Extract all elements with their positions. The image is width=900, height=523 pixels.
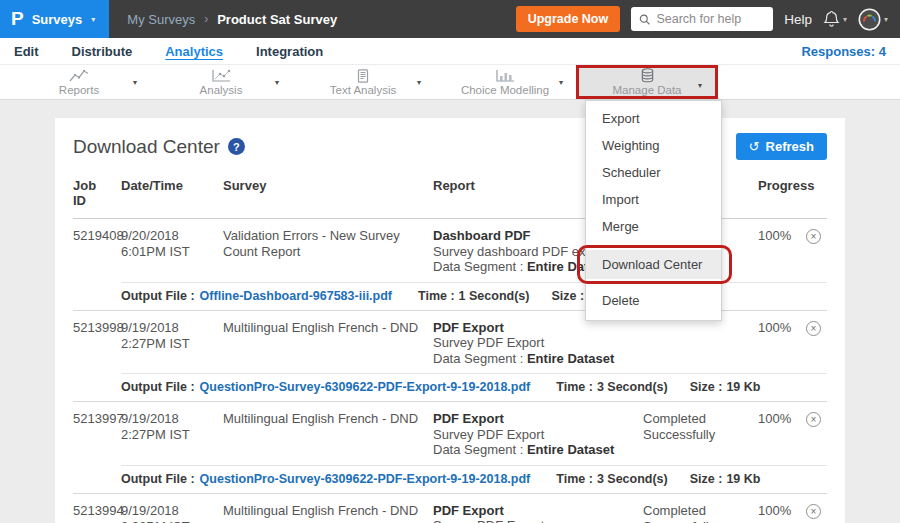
- job-survey: Multilingual English French - DND: [223, 503, 433, 523]
- col-actions: [806, 178, 827, 208]
- job-status: Completed Successfully: [643, 503, 758, 523]
- download-center-panel: Download Center ? ↺ Refresh Job ID Date/…: [55, 118, 845, 523]
- questionpro-logo: P: [11, 8, 23, 30]
- time-value: 3 Second(s): [597, 380, 668, 394]
- job-report: PDF Export Survey PDF Export Data Segmen…: [433, 503, 643, 523]
- tab-distribute[interactable]: Distribute: [72, 44, 133, 59]
- bar-chart-icon: [495, 69, 515, 83]
- tab-analytics[interactable]: Analytics: [165, 44, 223, 59]
- menu-item-scheduler[interactable]: Scheduler: [586, 159, 721, 186]
- cancel-job-icon[interactable]: ×: [806, 321, 821, 336]
- help-search-box[interactable]: [631, 7, 773, 31]
- menu-item-export[interactable]: Export: [586, 105, 721, 132]
- menu-item-delete[interactable]: Delete: [586, 287, 721, 314]
- toolbar-item-manage-data[interactable]: Manage Data ▾: [576, 65, 718, 99]
- job-report: PDF Export Survey PDF Export Data Segmen…: [433, 320, 643, 367]
- topbar-actions: Upgrade Now Help ▾ ▾: [516, 6, 900, 32]
- job-report: PDF Export Survey PDF Export Data Segmen…: [433, 411, 643, 458]
- toolbar-item-label: Analysis: [200, 84, 243, 96]
- toolbar-item-reports[interactable]: Reports ▾: [8, 65, 150, 99]
- avatar: [858, 8, 881, 31]
- chevron-down-icon[interactable]: ▾: [275, 78, 279, 87]
- job-survey: Multilingual English French - DND: [223, 411, 433, 458]
- job-status: [643, 320, 758, 367]
- account-menu[interactable]: ▾: [858, 8, 888, 31]
- job-datetime: 9/19/2018 2:27PM IST: [121, 411, 223, 458]
- toolbar-item-label: Text Analysis: [330, 84, 396, 96]
- table-row: 5213994 9/19/2018 2:26PM IST Multilingua…: [73, 494, 827, 523]
- breadcrumb-current-survey: Product Sat Survey: [217, 12, 337, 27]
- time-label: Time :: [556, 472, 593, 486]
- refresh-label: Refresh: [766, 139, 814, 154]
- help-question-icon[interactable]: ?: [228, 138, 245, 155]
- surveys-menu-label: Surveys: [32, 12, 83, 27]
- job-status: Completed Successfully: [643, 411, 758, 458]
- cancel-job-icon[interactable]: ×: [806, 229, 821, 244]
- download-center-highlight: Download Center: [586, 250, 721, 279]
- tab-edit[interactable]: Edit: [14, 44, 39, 59]
- chevron-down-icon: ▾: [884, 15, 888, 24]
- menu-item-merge[interactable]: Merge: [586, 213, 721, 240]
- job-survey: Validation Errors - New Survey Count Rep…: [223, 228, 433, 275]
- toolbar-item-label: Choice Modelling: [461, 84, 549, 96]
- manage-data-dropdown: Export Weighting Scheduler Import Merge …: [585, 100, 722, 321]
- size-value: 19 Kb: [726, 380, 760, 394]
- breadcrumb: My Surveys › Product Sat Survey: [127, 12, 337, 27]
- col-job-id: Job ID: [73, 178, 121, 208]
- job-output-row: Output File : QuestionPro-Survey-6309622…: [121, 373, 827, 401]
- table-row: 5213997 9/19/2018 2:27PM IST Multilingua…: [73, 402, 827, 494]
- scatter-chart-icon: [211, 69, 231, 83]
- job-main-row: 5213997 9/19/2018 2:27PM IST Multilingua…: [73, 402, 827, 465]
- menu-item-download-center[interactable]: Download Center: [586, 250, 721, 279]
- chevron-down-icon[interactable]: ▾: [559, 78, 563, 87]
- notifications-menu[interactable]: ▾: [823, 10, 847, 28]
- job-progress: 100%: [758, 228, 806, 275]
- menu-item-import[interactable]: Import: [586, 186, 721, 213]
- chevron-down-icon: ▾: [843, 15, 847, 24]
- topbar: P Surveys ▾ My Surveys › Product Sat Sur…: [0, 0, 900, 38]
- cancel-job-icon[interactable]: ×: [806, 412, 821, 427]
- output-file-link[interactable]: QuestionPro-Survey-6309622-PDF-Export-9-…: [200, 472, 531, 486]
- cancel-job-icon[interactable]: ×: [806, 504, 821, 519]
- size-value: 19 Kb: [726, 472, 760, 486]
- chevron-down-icon: ▾: [91, 15, 95, 24]
- job-progress: 100%: [758, 411, 806, 458]
- tab-integration[interactable]: Integration: [256, 44, 323, 59]
- refresh-button[interactable]: ↺ Refresh: [736, 133, 827, 160]
- job-progress: 100%: [758, 320, 806, 367]
- output-file-label: Output File :: [121, 380, 195, 394]
- job-id: 5219408: [73, 228, 121, 275]
- search-icon: [639, 13, 650, 26]
- surveys-menu[interactable]: P Surveys ▾: [0, 0, 109, 38]
- size-label: Size :: [690, 472, 723, 486]
- job-main-row: 5213994 9/19/2018 2:26PM IST Multilingua…: [73, 494, 827, 523]
- analytics-toolbar: Reports ▾ Analysis ▾ Text Analysis ▾ Cho…: [0, 65, 900, 100]
- refresh-icon: ↺: [749, 139, 760, 154]
- document-icon: [353, 69, 373, 83]
- database-icon: [638, 68, 657, 83]
- chevron-down-icon[interactable]: ▾: [417, 78, 421, 87]
- chevron-down-icon[interactable]: ▾: [698, 81, 702, 90]
- breadcrumb-my-surveys[interactable]: My Surveys: [127, 12, 195, 27]
- job-id: 5213994: [73, 503, 121, 523]
- help-link[interactable]: Help: [784, 12, 812, 27]
- job-progress: 100%: [758, 503, 806, 523]
- output-file-link[interactable]: QuestionPro-Survey-6309622-PDF-Export-9-…: [200, 380, 531, 394]
- col-survey: Survey: [223, 178, 433, 208]
- toolbar-item-label: Reports: [59, 84, 99, 96]
- toolbar-item-choice-modelling[interactable]: Choice Modelling ▾: [434, 65, 576, 99]
- chevron-down-icon[interactable]: ▾: [133, 78, 137, 87]
- upgrade-now-button[interactable]: Upgrade Now: [516, 6, 621, 32]
- toolbar-item-text-analysis[interactable]: Text Analysis ▾: [292, 65, 434, 99]
- page-title: Download Center: [73, 136, 220, 158]
- col-progress: Progress: [758, 178, 806, 208]
- menu-item-weighting[interactable]: Weighting: [586, 132, 721, 159]
- bell-icon: [823, 10, 840, 28]
- col-date-time: Date/Time: [121, 178, 223, 208]
- job-survey: Multilingual English French - DND: [223, 320, 433, 367]
- line-chart-icon: [69, 69, 89, 83]
- search-input[interactable]: [656, 12, 765, 26]
- toolbar-item-analysis[interactable]: Analysis ▾: [150, 65, 292, 99]
- job-output-row: Output File : QuestionPro-Survey-6309622…: [121, 465, 827, 493]
- output-file-link[interactable]: Offline-Dashboard-967583-iii.pdf: [200, 289, 392, 303]
